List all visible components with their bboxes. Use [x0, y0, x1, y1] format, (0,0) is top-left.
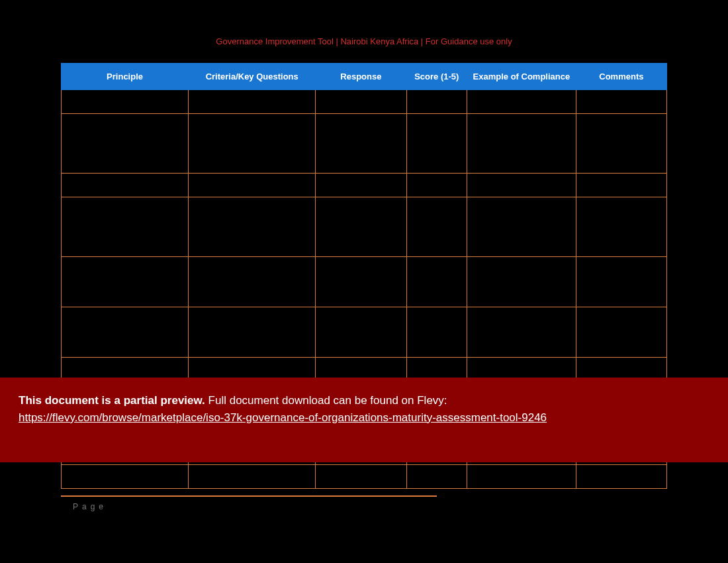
table-row: [62, 114, 667, 174]
table-row: [62, 197, 667, 257]
page-label: Page: [0, 497, 728, 511]
table-row: [62, 307, 667, 358]
preview-overlay: This document is a partial preview. Full…: [0, 378, 728, 462]
table-row: [62, 174, 667, 197]
col-comments: Comments: [576, 64, 666, 90]
overlay-bold: This document is a partial preview.: [19, 394, 205, 407]
document-header: Governance Improvement Tool | Nairobi Ke…: [0, 0, 728, 63]
col-example: Example of Compliance: [467, 64, 576, 90]
table-row: [62, 257, 667, 307]
col-principle: Principle: [62, 64, 189, 90]
overlay-rest: Full document download can be found on F…: [205, 394, 447, 407]
col-response: Response: [316, 64, 406, 90]
table-header-row: Principle Criteria/Key Questions Respons…: [62, 64, 667, 90]
table-row: [62, 90, 667, 114]
col-criteria: Criteria/Key Questions: [189, 64, 316, 90]
overlay-link[interactable]: https://flevy.com/browse/marketplace/iso…: [19, 411, 547, 424]
col-score: Score (1-5): [406, 64, 467, 90]
table-row: [62, 465, 667, 489]
